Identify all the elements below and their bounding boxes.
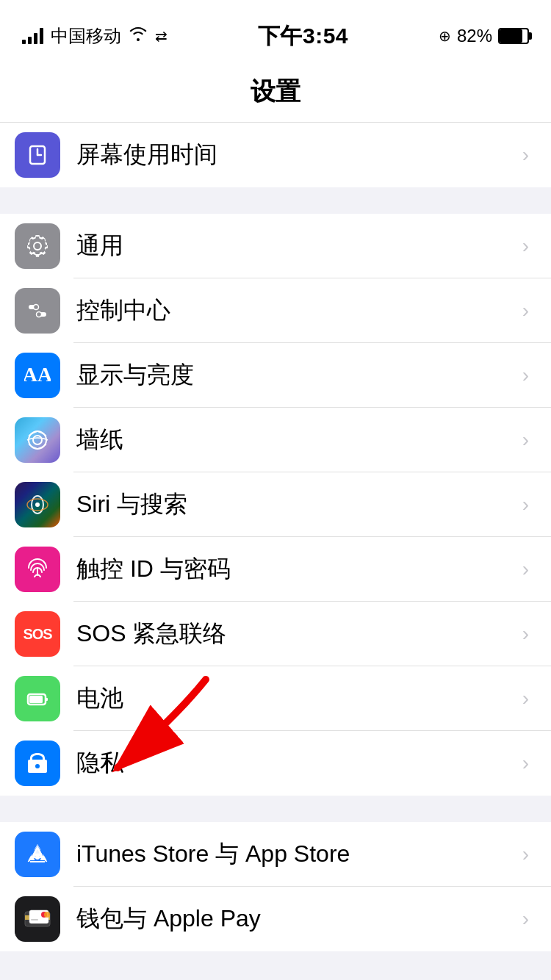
gear-icon xyxy=(15,223,60,269)
display-icon: AA xyxy=(15,353,60,398)
bottom-section: iTunes Store 与 App Store › 钱包与 Apple Pay… xyxy=(0,822,551,951)
settings-item-display[interactable]: AA 显示与亮度 › xyxy=(0,343,551,408)
chevron-icon: › xyxy=(522,558,529,581)
svg-point-12 xyxy=(35,502,40,507)
section-gap-1 xyxy=(0,187,551,214)
settings-item-control-center[interactable]: 控制中心 › xyxy=(0,278,551,343)
settings-item-general[interactable]: 通用 › xyxy=(0,214,551,278)
page-title: 设置 xyxy=(0,65,551,123)
settings-item-wallpaper[interactable]: 墙纸 › xyxy=(0,408,551,472)
chevron-icon: › xyxy=(522,234,529,258)
svg-text:AA: AA xyxy=(24,363,51,386)
status-time: 下午3:54 xyxy=(258,21,348,51)
status-left: 中国移动 ⇄ xyxy=(22,24,168,48)
itunes-label: iTunes Store 与 App Store xyxy=(76,838,515,871)
screen-time-label: 屏幕使用时间 xyxy=(76,139,515,171)
settings-item-wallet[interactable]: 钱包与 Apple Pay › xyxy=(0,887,551,951)
settings-item-battery[interactable]: 电池 › xyxy=(0,666,551,731)
fingerprint-icon xyxy=(15,547,60,592)
svg-point-9 xyxy=(33,436,42,444)
chevron-icon: › xyxy=(522,143,529,167)
main-section: 通用 › 控制中心 › AA 显示与亮度 › xyxy=(0,214,551,796)
battery-label: 电池 xyxy=(76,682,515,715)
settings-item-screen-time[interactable]: 屏幕使用时间 › xyxy=(0,123,551,187)
wallpaper-icon xyxy=(15,417,60,463)
svg-point-6 xyxy=(37,312,42,317)
settings-item-privacy[interactable]: 隐私 › xyxy=(0,731,551,796)
chevron-icon: › xyxy=(522,493,529,516)
screen-time-icon xyxy=(15,132,60,178)
battery-area: ⊕ 82% xyxy=(439,26,529,46)
sos-text: SOS xyxy=(23,626,51,643)
svg-rect-14 xyxy=(29,696,43,703)
top-section: 屏幕使用时间 › xyxy=(0,123,551,187)
carrier-name: 中国移动 xyxy=(51,24,121,48)
display-label: 显示与亮度 xyxy=(76,359,515,392)
general-label: 通用 xyxy=(76,230,515,262)
chevron-icon: › xyxy=(522,752,529,775)
chevron-icon: › xyxy=(522,364,529,387)
wallet-label: 钱包与 Apple Pay xyxy=(76,903,515,935)
privacy-label: 隐私 xyxy=(76,747,515,779)
privacy-icon xyxy=(15,741,60,786)
settings-item-siri[interactable]: Siri 与搜索 › xyxy=(0,472,551,537)
settings-item-sos[interactable]: SOS SOS 紧急联络 › xyxy=(0,602,551,666)
wallet-icon xyxy=(15,896,60,942)
wifi-icon xyxy=(129,26,148,46)
battery-setting-icon xyxy=(15,676,60,721)
siri-icon xyxy=(15,482,60,527)
settings-item-touch-id[interactable]: 触控 ID 与密码 › xyxy=(0,537,551,602)
svg-point-4 xyxy=(34,305,39,310)
chevron-icon: › xyxy=(522,299,529,323)
svg-rect-23 xyxy=(31,919,38,920)
control-center-label: 控制中心 xyxy=(76,295,515,327)
battery-percent: 82% xyxy=(457,26,492,46)
siri-label: Siri 与搜索 xyxy=(76,489,515,521)
settings-item-itunes[interactable]: iTunes Store 与 App Store › xyxy=(0,822,551,887)
sos-label: SOS 紧急联络 xyxy=(76,618,515,650)
status-bar: 中国移动 ⇄ 下午3:54 ⊕ 82% xyxy=(0,0,551,65)
chevron-icon: › xyxy=(522,907,529,931)
battery-icon xyxy=(498,28,529,44)
chevron-icon: › xyxy=(522,428,529,452)
svg-rect-15 xyxy=(46,698,48,701)
sos-icon: SOS xyxy=(15,611,60,657)
chevron-icon: › xyxy=(522,843,529,866)
svg-point-25 xyxy=(44,912,50,918)
signal-bars-icon xyxy=(22,28,43,44)
section-gap-2 xyxy=(0,796,551,822)
appstore-icon xyxy=(15,832,60,877)
hotspot-icon: ⇄ xyxy=(155,27,168,45)
toggles-icon xyxy=(15,288,60,334)
touch-id-label: 触控 ID 与密码 xyxy=(76,553,515,586)
lock-rotation-icon: ⊕ xyxy=(439,27,451,45)
chevron-icon: › xyxy=(522,622,529,646)
chevron-icon: › xyxy=(522,687,529,710)
wallpaper-label: 墙纸 xyxy=(76,424,515,456)
